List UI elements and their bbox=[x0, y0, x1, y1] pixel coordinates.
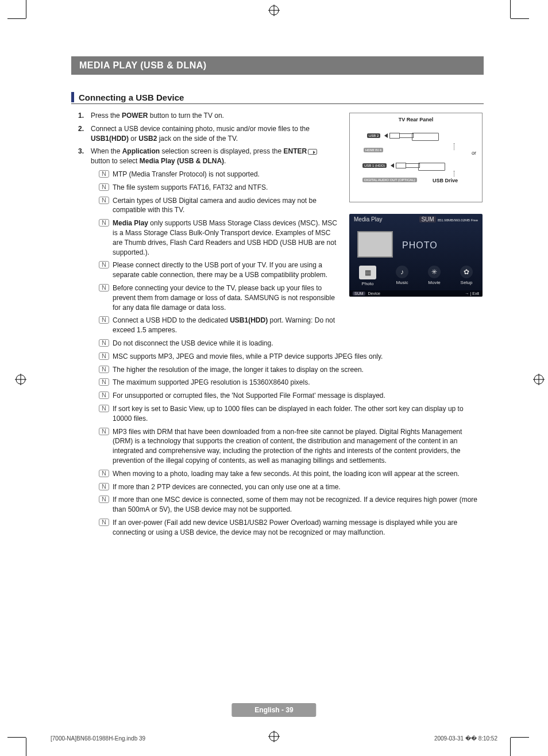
gear-icon: ✿ bbox=[460, 266, 473, 278]
note-item: NThe higher the resolution of the image,… bbox=[99, 365, 484, 375]
note-icon: N bbox=[99, 284, 109, 291]
movie-icon: ✳ bbox=[428, 266, 441, 278]
print-meta-right: 2009-03-31 �� 8:10:52 bbox=[434, 735, 497, 742]
hdmi-port-label: HDMI IN 4 bbox=[364, 148, 383, 152]
note-item: NConnect a USB HDD to the dedicated USB1… bbox=[99, 316, 484, 335]
subsection-title: Connecting a USB Device bbox=[79, 93, 184, 102]
note-icon: N bbox=[99, 219, 109, 227]
usb2-port-label: USB 2 bbox=[367, 133, 380, 138]
print-meta-left: [7000-NA]BN68-01988H-Eng.indb 39 bbox=[51, 735, 145, 742]
note-icon: N bbox=[99, 470, 109, 477]
photo-label: PHOTO bbox=[402, 240, 438, 251]
note-item: NMP3 files with DRM that have been downl… bbox=[99, 427, 484, 466]
music-icon: ♪ bbox=[396, 266, 408, 278]
note-icon: N bbox=[99, 316, 109, 324]
note-item: NMSC supports MP3, JPEG and movie files,… bbox=[99, 352, 484, 362]
note-icon: N bbox=[99, 378, 109, 386]
media-tab-setup: ✿Setup bbox=[460, 266, 473, 286]
note-item: NIf more than one MSC device is connecte… bbox=[99, 495, 484, 515]
note-icon: N bbox=[99, 170, 109, 178]
photo-thumbnail-icon bbox=[357, 231, 393, 258]
usb1-port-label: USB 1 (HDD) bbox=[362, 163, 387, 168]
page-footer: English - 39 bbox=[231, 703, 316, 717]
note-icon: N bbox=[99, 183, 109, 191]
media-tab-music: ♪Music bbox=[396, 266, 408, 286]
media-tab-movie: ✳Movie bbox=[428, 266, 441, 286]
media-play-screenshot: Media Play SUM851.98MB/993.02MB Free PHO… bbox=[349, 214, 483, 297]
note-icon: N bbox=[99, 352, 109, 360]
arrow-left-icon bbox=[384, 133, 388, 138]
note-icon: N bbox=[99, 392, 109, 399]
photo-icon: ▦ bbox=[359, 266, 376, 279]
note-icon: N bbox=[99, 197, 109, 204]
note-item: NDo not disconnect the USB device while … bbox=[99, 339, 484, 348]
registration-mark-icon bbox=[533, 374, 545, 385]
note-icon: N bbox=[99, 496, 109, 503]
digital-audio-label: DIGITAL AUDIO OUT (OPTICAL) bbox=[362, 178, 417, 182]
note-item: NWhen moving to a photo, loading may tak… bbox=[99, 469, 484, 479]
note-icon: N bbox=[99, 405, 109, 412]
arrow-left-icon bbox=[391, 163, 394, 168]
note-icon: N bbox=[99, 339, 109, 347]
note-icon: N bbox=[99, 519, 109, 526]
registration-mark-icon bbox=[268, 731, 280, 742]
usb-drive-icon bbox=[406, 163, 420, 168]
subsection-heading: Connecting a USB Device bbox=[71, 92, 484, 104]
note-item: NIf an over-power (Fail add new device U… bbox=[99, 518, 484, 538]
note-icon: N bbox=[99, 261, 109, 268]
enter-icon bbox=[308, 149, 317, 155]
registration-mark-icon bbox=[15, 374, 26, 385]
section-title: MEDIA PLAY (USB & DLNA) bbox=[71, 56, 484, 75]
note-item: NThe maximum supported JPEG resolution i… bbox=[99, 378, 484, 387]
note-icon: N bbox=[99, 428, 109, 435]
media-tab-photo: ▦Photo bbox=[359, 266, 376, 286]
note-icon: N bbox=[99, 483, 109, 490]
note-icon: N bbox=[99, 366, 109, 373]
note-item: NIf sort key is set to Basic View, up to… bbox=[99, 404, 484, 424]
note-item: NIf more than 2 PTP devices are connecte… bbox=[99, 482, 484, 492]
registration-mark-icon bbox=[268, 5, 280, 16]
media-play-title: Media Play bbox=[354, 216, 382, 222]
note-item: NFor unsupported or corrupted files, the… bbox=[99, 391, 484, 401]
tv-rear-panel-figure: TV Rear Panel USB 2 HDMI IN 4 or USB 1 (… bbox=[349, 113, 483, 202]
usb-drive-icon bbox=[400, 133, 414, 138]
